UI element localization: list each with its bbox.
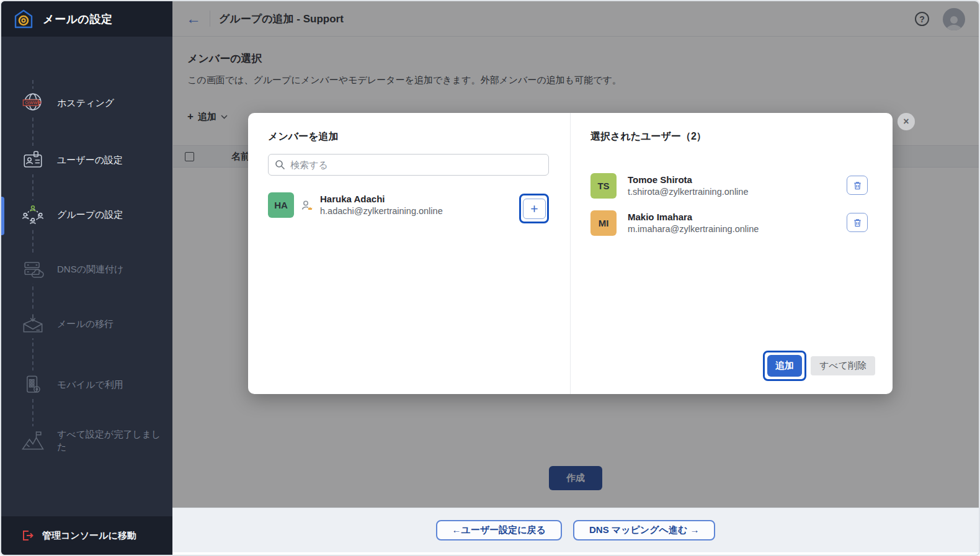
- confirm-add-button[interactable]: 追加: [767, 355, 802, 377]
- sidebar-item-label: DNSの関連付け: [57, 263, 163, 276]
- add-member-panel: メンバーを追加 HA: [248, 113, 570, 394]
- add-members-dialog: メンバーを追加 HA: [248, 113, 893, 394]
- selected-users-panel: 選択されたユーザー（2） TS Tomoe Shirota t.shirota@…: [570, 113, 893, 394]
- wizard-footer: ←ユーザー設定に戻る DNS マッピングへ進む →: [172, 508, 979, 552]
- sidebar-item-label: ホスティング: [57, 97, 163, 109]
- dns-server-icon: [19, 255, 47, 284]
- sidebar-item-group-settings[interactable]: グループの設定: [1, 200, 172, 229]
- user-email: m.imahara@zylkertraining.online: [628, 223, 759, 235]
- app-logo-icon: [12, 8, 35, 30]
- avatar: TS: [590, 173, 617, 199]
- sidebar-item-label: ユーザーの設定: [57, 154, 163, 166]
- sidebar-item-mail-migration[interactable]: メールの移行: [1, 310, 172, 338]
- selected-user-row: MI Makio Imahara m.imahara@zylkertrainin…: [590, 210, 873, 236]
- add-user-plus-button[interactable]: [523, 199, 546, 219]
- sidebar-item-user-settings[interactable]: ユーザーの設定: [1, 146, 172, 174]
- sidebar-item-label: モバイルで利用: [57, 379, 163, 391]
- user-group-icon: [19, 200, 47, 229]
- user-email: t.shirota@zylkertraining.online: [628, 186, 748, 198]
- remove-user-button[interactable]: [847, 213, 868, 232]
- remove-user-button[interactable]: [847, 176, 868, 195]
- sidebar-item-dns-mapping[interactable]: DNSの関連付け: [1, 255, 172, 284]
- id-card-icon: [19, 146, 47, 174]
- mountain-flag-icon: [19, 426, 47, 455]
- setup-steps: O|WWW ホスティング ユーザーの設定: [1, 37, 172, 516]
- member-search-input[interactable]: [290, 159, 542, 170]
- globe-www-icon: O|WWW: [19, 89, 47, 117]
- sidebar: メールの設定 O|WWW ホスティング: [1, 1, 172, 555]
- sidebar-item-label: すべて設定が完了しました: [57, 428, 163, 453]
- sidebar-item-setup-complete[interactable]: すべて設定が完了しました: [1, 426, 172, 455]
- user-name: Haruka Adachi: [320, 193, 443, 205]
- svg-text:O|WWW: O|WWW: [25, 101, 42, 105]
- app-window: メールの設定 O|WWW ホスティング: [0, 0, 980, 556]
- sidebar-header: メールの設定: [1, 1, 172, 37]
- mobile-qr-icon: [19, 370, 47, 399]
- user-name: Makio Imahara: [628, 211, 759, 223]
- member-search-box: [268, 154, 549, 176]
- tutorial-highlight-ring: 追加: [763, 351, 806, 381]
- go-to-admin-console-label: 管理コンソールに移動: [42, 530, 136, 542]
- add-member-heading: メンバーを追加: [268, 130, 339, 143]
- member-role-icon: [300, 199, 314, 212]
- search-icon: [275, 159, 285, 170]
- avatar: MI: [590, 210, 617, 236]
- tutorial-highlight-ring: [519, 194, 549, 223]
- mail-migration-icon: [19, 310, 47, 338]
- selected-user-row: TS Tomoe Shirota t.shirota@zylkertrainin…: [590, 173, 873, 199]
- exit-icon: [21, 529, 33, 542]
- available-user-row: HA Haruka Adachi h.adachi@zylkertraining…: [268, 192, 550, 218]
- user-email: h.adachi@zylkertraining.online: [320, 205, 443, 217]
- go-to-admin-console-button[interactable]: 管理コンソールに移動: [1, 516, 172, 555]
- sidebar-item-label: グループの設定: [57, 208, 163, 221]
- avatar: HA: [268, 192, 294, 218]
- sidebar-item-label: メールの移行: [57, 318, 163, 330]
- remove-all-button[interactable]: すべて削除: [811, 356, 875, 375]
- modal-close-button[interactable]: ×: [898, 113, 915, 130]
- back-to-user-settings-button[interactable]: ←ユーザー設定に戻る: [436, 520, 562, 540]
- sidebar-item-mobile[interactable]: モバイルで利用: [1, 370, 172, 399]
- user-name: Tomoe Shirota: [628, 174, 748, 186]
- proceed-to-dns-mapping-button[interactable]: DNS マッピングへ進む →: [573, 520, 715, 540]
- selected-users-heading: 選択されたユーザー（2）: [590, 130, 706, 143]
- sidebar-item-hosting[interactable]: O|WWW ホスティング: [1, 89, 172, 117]
- sidebar-title: メールの設定: [43, 12, 112, 27]
